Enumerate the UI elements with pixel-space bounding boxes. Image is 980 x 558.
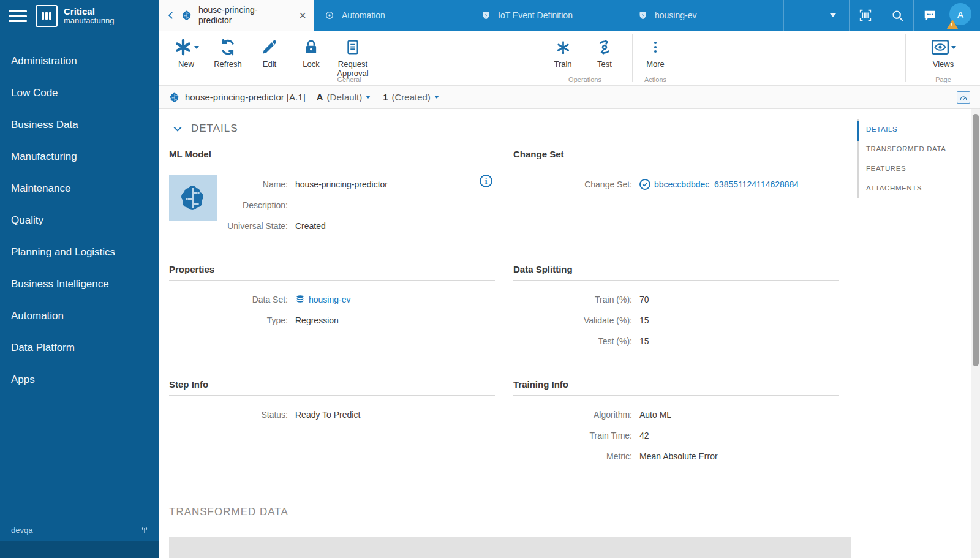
sidebar-item-business-data[interactable]: Business Data — [0, 109, 159, 141]
tab-label: housing-ev — [655, 10, 697, 20]
properties-heading: Properties — [169, 264, 495, 281]
sidebar-item-maintenance[interactable]: Maintenance — [0, 173, 159, 205]
train-button[interactable]: Train — [542, 31, 584, 69]
ml-model-thumbnail — [169, 175, 217, 221]
anchor-details[interactable]: DETAILS — [859, 119, 949, 139]
back-chevron-icon[interactable] — [167, 11, 175, 20]
close-tab-icon[interactable]: × — [299, 9, 306, 21]
anchor-features[interactable]: FEATURES — [859, 159, 949, 178]
logo-subtitle: manufacturing — [64, 17, 114, 25]
train-percent-value: 70 — [639, 295, 649, 304]
automation-tab-icon — [325, 10, 334, 20]
database-icon — [295, 295, 305, 304]
vertical-scrollbar[interactable] — [971, 109, 980, 558]
entity-breadcrumb-bar: house-princing-predictor [A.1] A (Defaul… — [159, 86, 980, 109]
validate-percent-value: 15 — [639, 315, 649, 325]
active-tab-title: house-princing-predictor — [198, 5, 290, 26]
warning-badge-icon — [947, 20, 958, 29]
sidebar-item-low-code[interactable]: Low Code — [0, 77, 159, 109]
test-percent-field: Test (%): 15 — [513, 331, 839, 352]
toolbar-group-page: Views Page — [913, 31, 974, 86]
sidebar-item-business-intelligence[interactable]: Business Intelligence — [0, 268, 159, 300]
company-logo: Critical manufacturing — [36, 5, 114, 27]
tab-housing-ev[interactable]: housing-ev — [627, 0, 784, 31]
barcode-scanner-icon[interactable] — [850, 0, 881, 31]
tab-automation[interactable]: Automation — [314, 0, 470, 31]
sidebar-menu: Administration Low Code Business Data Ma… — [0, 45, 159, 396]
iot-shield-icon — [638, 10, 647, 20]
collapse-chevron-icon[interactable] — [173, 124, 183, 134]
type-field: Type: Regression — [169, 310, 495, 331]
test-button[interactable]: Test — [584, 31, 625, 69]
algorithm-field: Algorithm: Auto ML — [513, 404, 839, 425]
step-info-section: Step Info Status: Ready To Predict — [169, 379, 495, 425]
edit-button[interactable]: Edit — [249, 31, 290, 69]
tab-active-house-princing-predictor[interactable]: house-princing-predictor × — [159, 0, 314, 31]
more-button[interactable]: More — [635, 31, 676, 69]
hamburger-menu-icon[interactable] — [9, 10, 27, 22]
data-splitting-heading: Data Splitting — [513, 264, 839, 281]
connection-status-icon[interactable] — [140, 525, 149, 535]
revision-dropdown-caret — [434, 96, 439, 99]
universal-state-value: Created — [295, 221, 326, 231]
data-set-link[interactable]: housing-ev — [309, 295, 351, 304]
lock-icon — [303, 39, 319, 56]
training-info-heading: Training Info — [513, 379, 839, 396]
messages-icon[interactable] — [914, 0, 946, 31]
change-set-field: Change Set: bbceccbdbdec_638551124114628… — [513, 174, 839, 195]
iot-shield-icon — [481, 10, 491, 20]
request-approval-button[interactable]: Request Approval — [332, 31, 374, 78]
toolbar-group-label-general: General — [165, 76, 533, 83]
tab-iot-event-definition[interactable]: IoT Event Definition — [470, 0, 627, 31]
views-button[interactable]: Views — [913, 31, 974, 69]
main-content: DETAILS ML Model i Name: house-princing-… — [159, 109, 980, 558]
properties-section: Properties Data Set: housing-ev Type: — [169, 264, 495, 331]
universal-state-field: Universal State: Created — [169, 216, 495, 236]
name-field: Name: house-princing-predictor — [169, 174, 495, 195]
data-splitting-section: Data Splitting Train (%): 70 Validate (%… — [513, 264, 839, 352]
new-button[interactable]: New — [165, 31, 207, 69]
status-value: Ready To Predict — [295, 410, 360, 420]
version-selector[interactable]: A (Default) — [317, 92, 371, 102]
sidebar-item-administration[interactable]: Administration — [0, 45, 159, 77]
environment-name: devqa — [11, 526, 32, 535]
scrollbar-thumb[interactable] — [973, 114, 979, 366]
new-dropdown-caret[interactable] — [194, 46, 199, 49]
dashboard-gauge-icon[interactable] — [957, 91, 970, 104]
toolbar-group-label-page: Page — [913, 76, 974, 83]
sidebar-item-planning-and-logistics[interactable]: Planning and Logistics — [0, 236, 159, 268]
train-ml-icon — [555, 39, 571, 56]
critical-manufacturing-logo-icon — [36, 5, 58, 27]
checked-circle-icon — [639, 179, 650, 190]
lock-button[interactable]: Request Approval Lock — [290, 31, 332, 69]
environment-footer: devqa — [0, 518, 159, 541]
anchor-attachments[interactable]: ATTACHMENTS — [859, 178, 949, 198]
toolbar-group-operations: Train Test Operations — [542, 31, 628, 86]
more-ellipsis-icon — [648, 39, 663, 55]
anchor-transformed-data[interactable]: TRANSFORMED DATA — [859, 139, 949, 159]
topbar-actions: A — [817, 0, 980, 31]
toolbar-divider — [632, 34, 633, 82]
sidebar-item-automation[interactable]: Automation — [0, 300, 159, 332]
change-set-link[interactable]: bbceccbdbdec_638551124114628884 — [654, 179, 799, 189]
details-section-header[interactable]: DETAILS — [173, 123, 238, 135]
toolbar-group-general: New Refresh Edit — [165, 31, 533, 86]
train-percent-field: Train (%): 70 — [513, 289, 839, 310]
revision-selector[interactable]: 1 (Created) — [383, 92, 439, 102]
change-set-section: Change Set Change Set: bbceccbdbdec_6385… — [513, 149, 839, 195]
user-avatar[interactable]: A — [949, 3, 974, 28]
sidebar-item-apps[interactable]: Apps — [0, 364, 159, 396]
views-eye-icon — [931, 39, 949, 55]
refresh-button[interactable]: Refresh — [207, 31, 249, 69]
sidebar-item-data-platform[interactable]: Data Platform — [0, 332, 159, 364]
sidebar-item-quality[interactable]: Quality — [0, 205, 159, 236]
sidebar-item-manufacturing[interactable]: Manufacturing — [0, 141, 159, 173]
train-time-value: 42 — [639, 431, 649, 440]
views-dropdown-caret[interactable] — [951, 46, 956, 49]
tab-overflow-dropdown[interactable] — [817, 0, 849, 31]
sidebar-header: Critical manufacturing — [0, 0, 159, 32]
training-info-section: Training Info Algorithm: Auto ML Train T… — [513, 379, 839, 467]
details-section-title: DETAILS — [191, 123, 238, 135]
search-icon[interactable] — [881, 0, 913, 31]
info-icon[interactable]: i — [480, 175, 492, 187]
